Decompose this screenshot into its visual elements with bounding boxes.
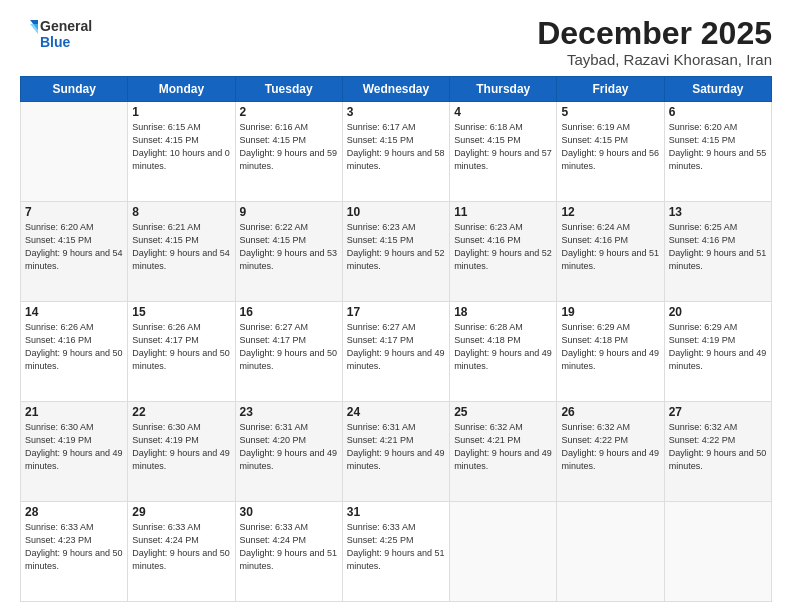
calendar-cell: 18 Sunrise: 6:28 AMSunset: 4:18 PMDaylig… <box>450 302 557 402</box>
day-info: Sunrise: 6:25 AMSunset: 4:16 PMDaylight:… <box>669 222 767 271</box>
calendar-cell <box>557 502 664 602</box>
day-info: Sunrise: 6:31 AMSunset: 4:20 PMDaylight:… <box>240 422 338 471</box>
day-info: Sunrise: 6:33 AMSunset: 4:23 PMDaylight:… <box>25 522 123 571</box>
day-info: Sunrise: 6:26 AMSunset: 4:17 PMDaylight:… <box>132 322 230 371</box>
day-number: 24 <box>347 405 445 419</box>
calendar-cell: 17 Sunrise: 6:27 AMSunset: 4:17 PMDaylig… <box>342 302 449 402</box>
calendar-cell <box>664 502 771 602</box>
svg-marker-1 <box>30 24 38 34</box>
day-number: 15 <box>132 305 230 319</box>
day-number: 29 <box>132 505 230 519</box>
col-header-thursday: Thursday <box>450 77 557 102</box>
col-header-tuesday: Tuesday <box>235 77 342 102</box>
day-info: Sunrise: 6:27 AMSunset: 4:17 PMDaylight:… <box>347 322 445 371</box>
day-info: Sunrise: 6:27 AMSunset: 4:17 PMDaylight:… <box>240 322 338 371</box>
header: General Blue December 2025 Taybad, Razav… <box>20 16 772 68</box>
day-number: 18 <box>454 305 552 319</box>
day-info: Sunrise: 6:20 AMSunset: 4:15 PMDaylight:… <box>669 122 767 171</box>
day-number: 19 <box>561 305 659 319</box>
page-subtitle: Taybad, Razavi Khorasan, Iran <box>537 51 772 68</box>
calendar-cell: 15 Sunrise: 6:26 AMSunset: 4:17 PMDaylig… <box>128 302 235 402</box>
day-number: 9 <box>240 205 338 219</box>
title-block: December 2025 Taybad, Razavi Khorasan, I… <box>537 16 772 68</box>
day-number: 7 <box>25 205 123 219</box>
logo-bird-icon <box>20 16 38 52</box>
day-info: Sunrise: 6:28 AMSunset: 4:18 PMDaylight:… <box>454 322 552 371</box>
day-info: Sunrise: 6:30 AMSunset: 4:19 PMDaylight:… <box>132 422 230 471</box>
day-info: Sunrise: 6:26 AMSunset: 4:16 PMDaylight:… <box>25 322 123 371</box>
day-info: Sunrise: 6:29 AMSunset: 4:18 PMDaylight:… <box>561 322 659 371</box>
week-row-5: 28 Sunrise: 6:33 AMSunset: 4:23 PMDaylig… <box>21 502 772 602</box>
day-number: 21 <box>25 405 123 419</box>
calendar-cell: 14 Sunrise: 6:26 AMSunset: 4:16 PMDaylig… <box>21 302 128 402</box>
calendar-table: SundayMondayTuesdayWednesdayThursdayFrid… <box>20 76 772 602</box>
page-title: December 2025 <box>537 16 772 51</box>
calendar-cell: 6 Sunrise: 6:20 AMSunset: 4:15 PMDayligh… <box>664 102 771 202</box>
logo-blue: Blue <box>40 34 92 50</box>
calendar-cell <box>450 502 557 602</box>
day-number: 28 <box>25 505 123 519</box>
col-header-sunday: Sunday <box>21 77 128 102</box>
col-header-monday: Monday <box>128 77 235 102</box>
day-number: 27 <box>669 405 767 419</box>
calendar-header-row: SundayMondayTuesdayWednesdayThursdayFrid… <box>21 77 772 102</box>
calendar-cell: 11 Sunrise: 6:23 AMSunset: 4:16 PMDaylig… <box>450 202 557 302</box>
calendar-cell: 20 Sunrise: 6:29 AMSunset: 4:19 PMDaylig… <box>664 302 771 402</box>
day-number: 17 <box>347 305 445 319</box>
week-row-1: 1 Sunrise: 6:15 AMSunset: 4:15 PMDayligh… <box>21 102 772 202</box>
calendar-cell: 12 Sunrise: 6:24 AMSunset: 4:16 PMDaylig… <box>557 202 664 302</box>
week-row-4: 21 Sunrise: 6:30 AMSunset: 4:19 PMDaylig… <box>21 402 772 502</box>
day-number: 4 <box>454 105 552 119</box>
calendar-cell: 30 Sunrise: 6:33 AMSunset: 4:24 PMDaylig… <box>235 502 342 602</box>
day-info: Sunrise: 6:22 AMSunset: 4:15 PMDaylight:… <box>240 222 338 271</box>
calendar-cell: 26 Sunrise: 6:32 AMSunset: 4:22 PMDaylig… <box>557 402 664 502</box>
calendar-cell: 19 Sunrise: 6:29 AMSunset: 4:18 PMDaylig… <box>557 302 664 402</box>
logo-general: General <box>40 18 92 34</box>
calendar-cell: 25 Sunrise: 6:32 AMSunset: 4:21 PMDaylig… <box>450 402 557 502</box>
calendar-cell: 3 Sunrise: 6:17 AMSunset: 4:15 PMDayligh… <box>342 102 449 202</box>
calendar-cell: 5 Sunrise: 6:19 AMSunset: 4:15 PMDayligh… <box>557 102 664 202</box>
day-info: Sunrise: 6:29 AMSunset: 4:19 PMDaylight:… <box>669 322 767 371</box>
day-info: Sunrise: 6:32 AMSunset: 4:22 PMDaylight:… <box>669 422 767 471</box>
day-number: 5 <box>561 105 659 119</box>
calendar-cell: 29 Sunrise: 6:33 AMSunset: 4:24 PMDaylig… <box>128 502 235 602</box>
day-info: Sunrise: 6:33 AMSunset: 4:25 PMDaylight:… <box>347 522 445 571</box>
day-number: 3 <box>347 105 445 119</box>
day-info: Sunrise: 6:16 AMSunset: 4:15 PMDaylight:… <box>240 122 338 171</box>
day-number: 31 <box>347 505 445 519</box>
day-number: 1 <box>132 105 230 119</box>
day-number: 25 <box>454 405 552 419</box>
col-header-wednesday: Wednesday <box>342 77 449 102</box>
day-info: Sunrise: 6:24 AMSunset: 4:16 PMDaylight:… <box>561 222 659 271</box>
calendar-cell: 16 Sunrise: 6:27 AMSunset: 4:17 PMDaylig… <box>235 302 342 402</box>
calendar-cell: 21 Sunrise: 6:30 AMSunset: 4:19 PMDaylig… <box>21 402 128 502</box>
week-row-2: 7 Sunrise: 6:20 AMSunset: 4:15 PMDayligh… <box>21 202 772 302</box>
day-number: 6 <box>669 105 767 119</box>
page: General Blue December 2025 Taybad, Razav… <box>0 0 792 612</box>
day-number: 23 <box>240 405 338 419</box>
day-number: 13 <box>669 205 767 219</box>
calendar-cell: 10 Sunrise: 6:23 AMSunset: 4:15 PMDaylig… <box>342 202 449 302</box>
day-number: 11 <box>454 205 552 219</box>
day-info: Sunrise: 6:30 AMSunset: 4:19 PMDaylight:… <box>25 422 123 471</box>
day-info: Sunrise: 6:23 AMSunset: 4:15 PMDaylight:… <box>347 222 445 271</box>
col-header-friday: Friday <box>557 77 664 102</box>
logo: General Blue <box>20 16 92 52</box>
day-info: Sunrise: 6:32 AMSunset: 4:22 PMDaylight:… <box>561 422 659 471</box>
calendar-cell: 8 Sunrise: 6:21 AMSunset: 4:15 PMDayligh… <box>128 202 235 302</box>
day-info: Sunrise: 6:33 AMSunset: 4:24 PMDaylight:… <box>132 522 230 571</box>
week-row-3: 14 Sunrise: 6:26 AMSunset: 4:16 PMDaylig… <box>21 302 772 402</box>
day-info: Sunrise: 6:18 AMSunset: 4:15 PMDaylight:… <box>454 122 552 171</box>
day-info: Sunrise: 6:15 AMSunset: 4:15 PMDaylight:… <box>132 122 230 171</box>
day-number: 2 <box>240 105 338 119</box>
calendar-cell: 1 Sunrise: 6:15 AMSunset: 4:15 PMDayligh… <box>128 102 235 202</box>
day-info: Sunrise: 6:21 AMSunset: 4:15 PMDaylight:… <box>132 222 230 271</box>
day-number: 26 <box>561 405 659 419</box>
day-info: Sunrise: 6:32 AMSunset: 4:21 PMDaylight:… <box>454 422 552 471</box>
col-header-saturday: Saturday <box>664 77 771 102</box>
day-info: Sunrise: 6:33 AMSunset: 4:24 PMDaylight:… <box>240 522 338 571</box>
calendar-cell: 4 Sunrise: 6:18 AMSunset: 4:15 PMDayligh… <box>450 102 557 202</box>
calendar-cell: 27 Sunrise: 6:32 AMSunset: 4:22 PMDaylig… <box>664 402 771 502</box>
calendar-cell: 24 Sunrise: 6:31 AMSunset: 4:21 PMDaylig… <box>342 402 449 502</box>
day-info: Sunrise: 6:20 AMSunset: 4:15 PMDaylight:… <box>25 222 123 271</box>
